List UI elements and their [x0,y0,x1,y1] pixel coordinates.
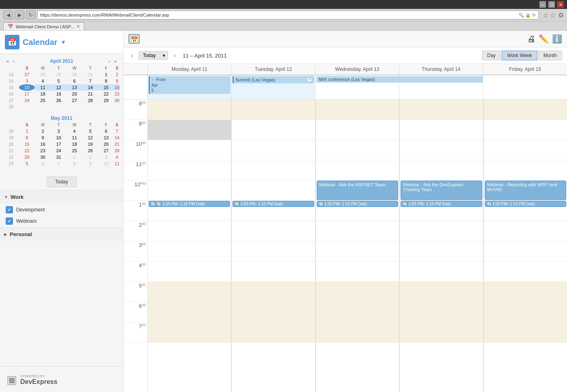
edit-button[interactable]: ✏️ [539,34,549,44]
cal-day[interactable]: 25 [35,97,51,104]
thu-3[interactable] [400,241,483,262]
cal-day[interactable]: 19 [82,141,98,147]
fri-3[interactable] [484,241,567,262]
cal-day[interactable]: 10 [98,160,114,167]
tue-2[interactable] [232,221,315,241]
mon-8[interactable] [148,100,231,120]
thu-5[interactable] [400,282,483,302]
cal-day[interactable]: 11 [66,134,82,141]
thu-8[interactable] [400,100,483,120]
cal-day[interactable]: 7 [114,128,120,134]
cal-day[interactable]: 22 [19,147,35,154]
cal-day[interactable]: 8 [98,78,114,84]
cal-day[interactable]: 9 [35,134,51,141]
webinars-item[interactable]: ✓ Webinars [0,215,123,227]
cal-day[interactable]: 11 [114,160,120,167]
tue-5[interactable] [232,282,315,302]
mon-3[interactable] [148,241,231,262]
mon-11[interactable] [148,160,231,181]
cal-day[interactable]: 30 [66,71,82,78]
home-icon[interactable]: ⌂ [544,11,548,19]
cal-day-today[interactable]: 10 [19,84,35,91]
fri-4[interactable] [484,262,567,282]
maximize-button[interactable]: ☐ [548,1,555,8]
cal-day[interactable]: 14 [82,84,98,91]
day-view-button[interactable]: Day [482,51,501,60]
day-header-mon[interactable]: Monday, April 11 [148,64,232,75]
cal-day[interactable]: 9 [82,160,98,167]
mon-5[interactable] [148,282,231,302]
cal-day[interactable]: 20 [98,141,114,147]
tab-close-button[interactable]: ✕ [77,24,80,29]
cal-day[interactable]: 13 [66,84,82,91]
cal-day[interactable]: 7 [51,160,66,167]
day-header-fri[interactable]: Friday, April 15 [483,64,567,75]
thu-7[interactable] [400,322,483,343]
wed-2[interactable] [316,221,399,241]
mix-conference-event[interactable]: MIX conference (Las Vegas) [316,76,483,83]
fri-9[interactable] [484,120,567,140]
mon-6[interactable] [148,302,231,322]
cal-day[interactable]: 6 [66,78,82,84]
development-item[interactable]: ✓ Development [0,204,123,215]
cal-day[interactable]: 1 [19,128,35,134]
wed-9[interactable] [316,120,399,140]
cal-day[interactable]: 24 [19,97,35,104]
wed-12-cell[interactable]: Webinar - Ask the ASP.NET Team [316,181,399,201]
cal-day[interactable]: 29 [51,71,66,78]
cal-day[interactable]: 9 [114,78,120,84]
cal-day[interactable]: 18 [35,91,51,97]
cal-day[interactable]: 12 [51,84,66,91]
fri-6[interactable] [484,302,567,322]
wed-4[interactable] [316,262,399,282]
daily-fri-event[interactable]: 🔄 1:00 PM- 1:15 PM Daily [485,201,566,207]
cal-day[interactable]: 25 [66,147,82,154]
personal-category-header[interactable]: ▶ Personal [0,228,123,241]
tue-6[interactable] [232,302,315,322]
cal-day[interactable]: 8 [66,160,82,167]
daily-tue-event[interactable]: 🔄 1:00 PM- 1:15 PM Daily [232,201,314,207]
thu-11[interactable] [400,160,483,181]
cal-day[interactable]: 3 [51,128,66,134]
cal-day[interactable]: 28 [35,71,51,78]
thu-2[interactable] [400,221,483,241]
work-week-view-button[interactable]: Work Week [502,51,537,60]
cal-day[interactable]: 4 [66,128,82,134]
webinar-thu-event[interactable]: Webinar - Ask the DevExpress Charting Te… [401,181,482,200]
cal-day[interactable]: 18 [66,141,82,147]
tue-9[interactable] [232,120,315,140]
minimize-button[interactable]: — [539,1,546,8]
cal-day[interactable]: 8 [19,134,35,141]
fri-10[interactable] [484,140,567,160]
cal-day[interactable]: 29 [98,97,114,104]
fri-1-cell[interactable]: 🔄 1:00 PM- 1:15 PM Daily [484,201,567,221]
cal-day[interactable]: 3 [19,78,35,84]
tue-7[interactable] [232,322,315,343]
tue-3[interactable] [232,241,315,262]
settings-icon[interactable]: ⚙ [558,11,564,19]
fri-2[interactable] [484,221,567,241]
cal-day[interactable]: 4 [35,78,51,84]
cal-day[interactable]: 6 [98,128,114,134]
cal-day[interactable]: 26 [82,147,98,154]
cal-day[interactable]: 23 [35,147,51,154]
cal-day[interactable]: 6 [35,160,51,167]
wed-8[interactable] [316,100,399,120]
summit-event[interactable]: Summit (Las Vegas) 🕐 [232,76,314,83]
forward-button[interactable]: ▶ [15,11,24,19]
cal-day[interactable]: 15 [98,84,114,91]
print-button[interactable]: 🖨 [527,34,535,44]
today-dropdown-btn[interactable]: ▼ [160,51,168,60]
cal-day[interactable]: 14 [114,134,120,141]
day-header-thu[interactable]: Thursday, April 14 [399,64,483,75]
thu-9[interactable] [400,120,483,140]
cal-today-button[interactable]: Today [139,51,160,60]
next-next-btn[interactable]: » [113,58,118,64]
cal-day[interactable]: 26 [51,97,66,104]
tue-10[interactable] [232,140,315,160]
prev-btn[interactable]: ‹ [11,58,16,64]
new-event-button[interactable]: 📅 [128,34,140,44]
cal-day[interactable]: 22 [98,91,114,97]
cal-day[interactable]: 15 [19,141,35,147]
cal-day[interactable]: 5 [82,128,98,134]
